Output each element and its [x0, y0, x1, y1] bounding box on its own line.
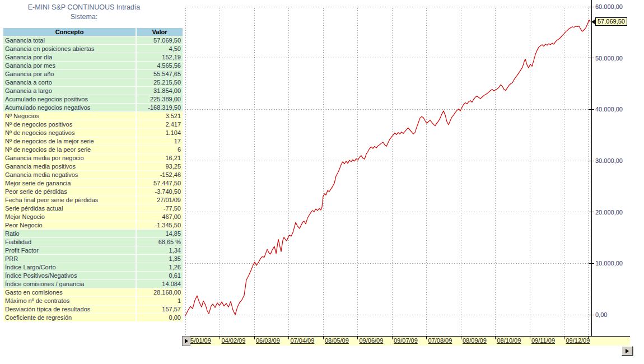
y-axis-tick-label: 20.000,00 [595, 209, 623, 216]
x-axis-tick-label: 08/10/09 [497, 337, 521, 344]
x-axis-tick-label: 07/04/09 [291, 337, 315, 344]
x-axis-tick-label: 09/07/09 [394, 337, 418, 344]
y-axis-tick-label: 10.000,00 [595, 260, 623, 267]
x-axis-tick-label: 08/09/09 [463, 337, 487, 344]
x-axis-tick-label: 09/06/09 [360, 337, 384, 344]
right-triangle-icon [626, 349, 629, 353]
left-triangle-icon [591, 20, 595, 24]
x-axis-tick-label: 04/02/09 [222, 337, 246, 344]
last-value-label: 57.069,50 [595, 17, 627, 26]
x-axis-tick-label: 06/03/09 [256, 337, 280, 344]
equity-chart: 60.000,0050.000,0040.000,0030.000,0020.0… [0, 0, 644, 364]
y-axis-tick-label: 40.000,00 [595, 106, 623, 113]
x-axis-scroll-left-button[interactable] [182, 336, 190, 346]
x-axis-tick-label: 05/01/09 [187, 337, 211, 344]
y-axis-tick-label: 30.000,00 [595, 157, 623, 164]
x-axis-tick-label: 09/11/09 [531, 337, 555, 344]
chart-scroll-right-button[interactable] [622, 346, 633, 356]
y-axis-tick-label: 60.000,00 [595, 3, 623, 10]
x-axis-tick-label: 08/05/09 [325, 337, 349, 344]
y-axis-tick-label: 50.000,00 [595, 55, 623, 62]
x-axis-tick-label: 07/08/09 [428, 337, 452, 344]
x-axis-tick-label: 09/12/09 [566, 337, 590, 344]
right-triangle-icon [185, 339, 188, 343]
y-axis-tick-label: 0,00 [595, 311, 607, 318]
last-value-marker: 57.069,50 [591, 17, 627, 26]
